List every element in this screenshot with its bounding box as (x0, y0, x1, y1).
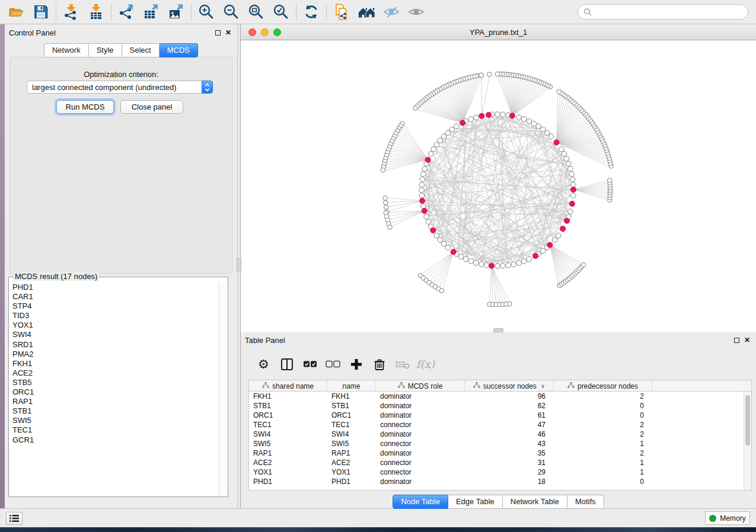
table-cell[interactable]: YOX1 (249, 467, 327, 477)
zoom-fit-icon[interactable] (244, 1, 269, 23)
table-cell[interactable]: RAP1 (327, 448, 376, 458)
mcds-result-item[interactable]: PMA2 (12, 350, 219, 359)
table-cell[interactable]: STB1 (327, 401, 376, 411)
table-cell[interactable]: 35 (465, 448, 554, 458)
table-cell[interactable] (652, 430, 751, 439)
tab-node-table[interactable]: Node Table (393, 495, 448, 509)
table-cell[interactable]: 96 (465, 392, 554, 401)
table-cell[interactable] (652, 439, 751, 448)
table-cell[interactable] (652, 401, 751, 411)
show-all-eye-icon[interactable] (404, 1, 429, 23)
column-header-shared-name[interactable]: shared name (249, 380, 327, 392)
tab-network[interactable]: Network (44, 43, 89, 57)
close-panel-icon[interactable]: ✕ (225, 29, 231, 36)
table-cell[interactable]: ORC1 (249, 411, 327, 420)
table-cell[interactable]: SWI4 (249, 430, 327, 439)
table-cell[interactable]: dominator (376, 411, 465, 420)
column-header-predecessor-nodes[interactable]: predecessor nodes (554, 380, 652, 392)
table-cell[interactable]: PHD1 (327, 477, 376, 486)
table-cell[interactable] (652, 392, 751, 401)
column-header-successor-nodes[interactable]: successor nodes∨ (465, 380, 554, 392)
tab-edge-table[interactable]: Edge Table (448, 495, 503, 509)
clone-network-icon[interactable] (329, 1, 354, 23)
table-cell[interactable]: FKH1 (249, 392, 327, 401)
network-canvas[interactable] (241, 40, 756, 331)
table-cell[interactable]: connector (376, 439, 465, 448)
table-cell[interactable]: FKH1 (327, 392, 376, 401)
mcds-result-item[interactable]: SWI5 (12, 416, 219, 425)
table-cell[interactable]: 0 (554, 477, 652, 486)
table-cell[interactable]: SWI4 (327, 430, 376, 439)
table-cell[interactable]: ORC1 (327, 411, 376, 420)
network-graph[interactable] (241, 40, 756, 331)
table-cell[interactable]: STB1 (249, 401, 327, 411)
table-cell[interactable]: 2 (554, 430, 652, 439)
mcds-result-item[interactable]: CAR1 (12, 292, 219, 302)
table-cell[interactable]: connector (376, 458, 465, 467)
table-cell[interactable]: TEC1 (249, 420, 327, 430)
table-row[interactable]: SWI4SWI4dominator462 (249, 430, 751, 439)
zoom-selected-icon[interactable] (269, 1, 294, 23)
mcds-result-item[interactable]: TEC1 (12, 425, 219, 435)
deselect-all-columns-icon[interactable] (323, 355, 343, 373)
table-row[interactable]: TEC1TEC1connector472 (249, 420, 751, 430)
select-all-columns-icon[interactable] (300, 355, 320, 373)
run-mcds-button[interactable]: Run MCDS (56, 100, 114, 114)
table-cell[interactable]: dominator (376, 430, 465, 439)
tab-style[interactable]: Style (89, 43, 122, 57)
criterion-dropdown[interactable]: largest connected component (undirected) (27, 81, 213, 94)
close-panel-button[interactable]: Close panel (120, 100, 183, 114)
tab-select[interactable]: Select (122, 43, 160, 57)
table-cell[interactable]: 0 (554, 411, 652, 420)
memory-button[interactable]: Memory (705, 511, 750, 525)
table-cell[interactable]: 43 (465, 439, 554, 448)
export-network-icon[interactable] (114, 1, 139, 23)
mcds-result-item[interactable]: PHD1 (12, 283, 219, 292)
mcds-result-list[interactable]: PHD1CAR1STP4TID3YOX1SWI4SRD1PMA2FKH1ACE2… (9, 281, 219, 496)
mcds-result-item[interactable]: STP4 (12, 302, 219, 311)
table-cell[interactable]: 1 (554, 439, 652, 448)
mcds-result-item[interactable]: GCR1 (12, 435, 219, 445)
table-cell[interactable]: dominator (376, 477, 465, 486)
table-cell[interactable] (652, 420, 751, 430)
table-row[interactable]: ORC1ORC1dominator610 (249, 411, 751, 420)
table-cell[interactable] (652, 467, 751, 477)
table-cell[interactable] (652, 477, 751, 486)
column-header-name[interactable]: name (327, 380, 376, 392)
table-cell[interactable]: SWI5 (249, 439, 327, 448)
table-scrollbar[interactable] (744, 392, 751, 490)
table-row[interactable]: STB1STB1dominator620 (249, 401, 751, 411)
dropdown-stepper-icon[interactable] (202, 81, 213, 94)
table-cell[interactable]: 1 (554, 467, 652, 477)
open-session-icon[interactable] (4, 1, 28, 23)
table-cell[interactable]: YOX1 (327, 467, 376, 477)
table-cell[interactable]: SWI5 (327, 439, 376, 448)
table-cell[interactable]: 61 (465, 411, 554, 420)
table-cell[interactable]: 18 (465, 477, 554, 486)
task-history-button[interactable] (6, 512, 23, 525)
mcds-result-item[interactable]: TID3 (12, 311, 219, 321)
table-row[interactable]: PHD1PHD1dominator180 (249, 477, 751, 486)
network-window-titlebar[interactable]: YPA_prune.txt_1 (241, 24, 756, 40)
table-settings-gear-icon[interactable]: ⚙ (254, 355, 273, 373)
mcds-result-item[interactable]: STB1 (12, 406, 219, 416)
table-row[interactable]: FKH1FKH1dominator962 (249, 392, 751, 401)
zoom-out-icon[interactable] (219, 1, 244, 23)
table-row[interactable]: RAP1RAP1dominator352 (249, 448, 751, 458)
zoom-in-icon[interactable] (194, 1, 219, 23)
table-cell[interactable]: 2 (554, 420, 652, 430)
tab-mcds[interactable]: MCDS (160, 43, 198, 57)
add-column-icon[interactable] (346, 355, 366, 373)
search-input[interactable] (592, 6, 748, 18)
table-cell[interactable]: 2 (554, 448, 652, 458)
tab-motifs[interactable]: Motifs (567, 495, 604, 509)
table-cell[interactable]: 46 (465, 430, 554, 439)
mcds-list-scrollbar[interactable] (219, 281, 227, 496)
table-scrollbar-thumb[interactable] (745, 395, 750, 446)
import-table-icon[interactable] (84, 1, 109, 23)
table-cell[interactable]: 62 (465, 401, 554, 411)
table-cell[interactable] (652, 448, 751, 458)
table-cell[interactable]: RAP1 (249, 448, 327, 458)
column-header-MCDS-role[interactable]: MCDS role (376, 380, 465, 392)
table-row[interactable]: SWI5SWI5connector431 (249, 439, 751, 448)
